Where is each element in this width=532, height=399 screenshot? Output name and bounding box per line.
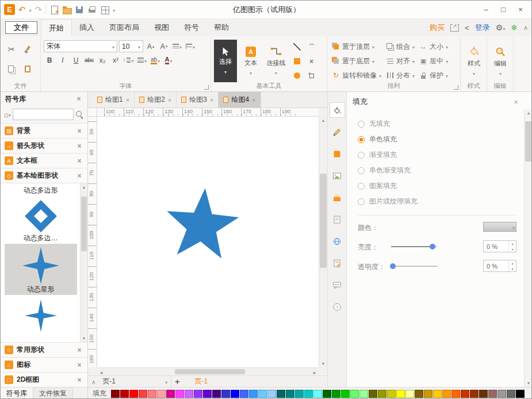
color-swatch[interactable] [488,390,497,398]
fill-option[interactable]: 无填充 [347,116,532,132]
form-tools-icon[interactable] [100,5,109,14]
color-swatch[interactable] [267,390,276,398]
color-swatch[interactable] [470,390,479,398]
connector-tool-button[interactable]: 连接线 [265,40,288,82]
color-swatch[interactable] [286,390,294,398]
symbol-section-header[interactable]: ○ 图标 [1,357,87,372]
ribbon-tab[interactable]: 视图 [147,19,177,36]
arrange-button[interactable]: 置于顶层 [330,40,383,53]
spinner-arrows[interactable] [508,241,516,252]
help-icon[interactable]: ? [330,299,345,314]
superscript-button[interactable]: x² [110,54,121,66]
scroll-up-icon[interactable] [319,117,327,124]
subscript-button[interactable]: x₂ [97,54,108,66]
canvas-horizontal-scrollbar[interactable] [97,367,319,375]
ellipse-tool-icon[interactable] [294,72,300,79]
bold-button[interactable]: B [44,54,55,66]
share-icon[interactable] [450,24,459,32]
canvas-vertical-scrollbar[interactable] [319,117,327,367]
line-tool-icon[interactable] [293,43,301,51]
buy-button[interactable]: 购买 [430,22,445,33]
scroll-right-icon[interactable] [311,368,319,376]
slider-thumb[interactable] [430,244,435,250]
text-align-button[interactable] [171,40,183,52]
close-icon[interactable] [75,346,83,354]
brightness-spinner[interactable]: 0 % [483,240,516,252]
spin-down-icon[interactable] [509,247,516,252]
settings-dropdown-icon[interactable] [503,24,505,32]
gear-icon[interactable] [496,24,503,32]
scroll-left-icon[interactable] [97,368,105,376]
color-picker-button[interactable] [483,222,516,232]
color-swatch[interactable] [350,390,359,398]
color-swatch[interactable] [396,390,405,398]
close-icon[interactable] [75,142,83,150]
canvas-star[interactable] [162,187,242,262]
spin-up-icon[interactable] [509,241,516,247]
search-icon[interactable] [75,110,84,119]
snowflake-icon[interactable] [511,23,518,32]
edit-button[interactable]: 编辑 [490,40,511,82]
color-swatch[interactable] [415,390,423,398]
bullet-list-button[interactable] [136,54,148,66]
comment-icon[interactable] [330,277,345,293]
close-icon[interactable] [75,361,83,369]
scrollbar-track[interactable] [81,191,87,335]
document-icon[interactable] [330,255,345,271]
cut-icon[interactable] [8,44,16,55]
color-swatch[interactable] [442,390,451,398]
symbol-section-header[interactable]: ◇ 基本绘图形状 [1,168,87,183]
spin-up-icon[interactable] [509,260,516,266]
strikethrough-button[interactable]: abc [83,54,95,66]
opacity-slider[interactable] [391,266,437,267]
login-button[interactable]: 登录 [475,22,490,33]
panel-tab[interactable]: 符号库 [1,388,33,399]
color-swatch[interactable] [295,390,304,398]
color-swatch[interactable] [120,390,129,398]
brightness-slider[interactable] [391,246,437,247]
hyperlink-icon[interactable] [330,233,345,249]
color-swatch[interactable] [451,390,460,398]
rectangle-tool-icon[interactable] [294,58,300,64]
symbol-section-header[interactable]: □ 2D框图 [1,372,87,387]
color-swatch[interactable] [304,390,313,398]
color-swatch[interactable] [258,390,267,398]
drawing-canvas[interactable] [97,117,319,367]
fill-option[interactable]: 单色渐变填充 [347,163,532,178]
color-swatch[interactable] [166,390,175,398]
close-icon[interactable] [75,376,83,384]
copy-icon[interactable] [8,66,15,73]
symbol-section-header[interactable]: ☆ 常用形状 [1,342,87,357]
fill-option[interactable]: 图片或纹理填充 [347,194,532,209]
scrollbar-thumb[interactable] [81,197,87,251]
color-swatch[interactable] [497,390,506,398]
color-swatch[interactable] [433,390,442,398]
form-tools-dropdown-icon[interactable] [113,6,115,14]
color-swatch[interactable] [194,390,202,398]
collapse-ribbon-icon[interactable] [523,24,528,32]
close-icon[interactable] [126,96,129,104]
color-swatch[interactable] [203,390,212,398]
fill-icon[interactable] [330,102,345,118]
grow-font-button[interactable]: A [145,40,156,52]
color-swatch[interactable] [231,390,239,398]
color-swatch[interactable] [221,390,230,398]
arrange-button[interactable]: 置于底层 [330,55,383,67]
line-style-icon[interactable] [330,124,345,140]
scrollbar-thumb[interactable] [320,174,327,268]
symbol-item[interactable]: 动态多边形 [5,185,77,196]
color-swatch[interactable] [185,390,193,398]
scrollbar-thumb[interactable] [525,121,532,162]
symbol-section-header[interactable]: A 文本框 [1,153,87,168]
close-icon[interactable] [75,127,83,135]
paste-icon[interactable] [24,65,32,73]
close-icon[interactable] [168,96,171,104]
color-swatch[interactable] [277,390,285,398]
color-swatch[interactable] [479,390,488,398]
color-swatch[interactable] [378,390,386,398]
chevron-left-icon[interactable]: < [465,24,469,32]
ribbon-tab[interactable]: 页面布局 [102,19,147,36]
arrange-button[interactable]: 对齐 [384,55,416,67]
ribbon-tab[interactable]: 帮助 [206,19,236,36]
scroll-up-icon[interactable] [81,183,87,191]
